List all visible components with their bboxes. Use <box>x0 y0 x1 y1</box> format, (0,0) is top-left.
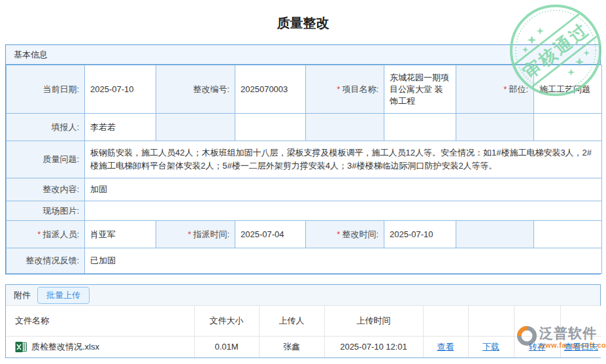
empty-cell <box>456 221 534 248</box>
attachment-action-cell: 查看 <box>423 336 468 357</box>
required-icon: * <box>337 84 340 94</box>
col-file-name: 文件名称 <box>6 306 194 336</box>
empty-cell <box>384 114 456 141</box>
excel-file-icon <box>15 341 27 353</box>
field-rectify-no-label: 整改编号: <box>156 65 235 114</box>
row-quality-problem: 质量问题: 板钢筋安装，施工人员42人；木板班组加固十八层，梁板支撑及模板调平，… <box>7 141 602 178</box>
attachments-header-row: 文件名称 文件大小 上传人 上传时间 <box>6 306 601 336</box>
row-feedback: 整改情况反馈: 已加固 <box>7 248 602 274</box>
field-rectify-time-label: *整改时间: <box>306 221 384 248</box>
field-position-value: 施工工艺问题 <box>534 65 602 114</box>
attachment-action-cell: 下载 <box>468 336 514 357</box>
download-link[interactable]: 下载 <box>482 342 499 352</box>
required-icon: * <box>503 84 507 94</box>
required-icon: * <box>37 229 41 239</box>
field-position-label: *部位: <box>456 65 534 114</box>
field-current-date-value: 2025-07-10 <box>85 65 156 114</box>
empty-cell <box>534 221 602 248</box>
field-reporter-label: 填报人: <box>7 114 85 141</box>
attachment-uploader: 张鑫 <box>259 336 324 357</box>
page-title: 质量整改 <box>0 0 606 44</box>
attachment-row: 质检整改情况.xlsx 0.01M 张鑫 2025-07-10 12:01 查看… <box>6 336 601 357</box>
row-site-photo: 现场图片: <box>7 201 602 221</box>
field-feedback-label: 整改情况反馈: <box>7 248 85 274</box>
view-link[interactable]: 查看 <box>437 342 454 352</box>
view-log-link[interactable]: 查看日志 <box>564 342 598 352</box>
attachments-section-header: 附件 批量上传 <box>6 285 600 306</box>
attachments-table: 文件名称 文件大小 上传人 上传时间 质检整改情况.xlsx <box>6 306 601 357</box>
empty-cell <box>306 114 384 141</box>
attachment-file-name[interactable]: 质检整改情况.xlsx <box>31 341 99 353</box>
attachments-panel: 附件 批量上传 文件名称 文件大小 上传人 上传时间 <box>5 284 601 358</box>
col-action-4 <box>560 306 601 336</box>
col-action-3 <box>514 306 560 336</box>
col-file-size: 文件大小 <box>194 306 259 336</box>
field-quality-problem-value: 板钢筋安装，施工人员42人；木板班组加固十八层，梁板支撑及模板调平，施工人员12… <box>85 141 602 178</box>
attachment-file-size: 0.01M <box>194 336 259 357</box>
field-site-photo-value <box>85 201 602 221</box>
attachment-file-cell: 质检整改情况.xlsx <box>6 336 194 357</box>
attachments-title: 附件 <box>14 290 31 301</box>
field-assign-time-label: *指派时间: <box>156 221 235 248</box>
attachment-action-cell: 转存 <box>514 336 560 357</box>
row-basic-2: 填报人: 李若若 <box>7 114 602 141</box>
field-current-date-label: 当前日期: <box>7 65 85 114</box>
basic-info-table: 当前日期: 2025-07-10 整改编号: 2025070003 *项目名称:… <box>6 65 602 274</box>
row-basic-1: 当前日期: 2025-07-10 整改编号: 2025070003 *项目名称:… <box>7 65 602 114</box>
field-rectify-no-value: 2025070003 <box>235 65 306 114</box>
field-rectify-content-label: 整改内容: <box>7 178 85 201</box>
field-site-photo-label: 现场图片: <box>7 201 85 221</box>
empty-cell <box>156 114 235 141</box>
field-reporter-value: 李若若 <box>85 114 156 141</box>
field-feedback-value: 已加固 <box>85 248 602 274</box>
col-action-2 <box>468 306 514 336</box>
empty-cell <box>235 114 306 141</box>
basic-info-section-header: 基本信息 <box>6 45 600 65</box>
empty-cell <box>456 114 534 141</box>
empty-cell <box>534 114 602 141</box>
transfer-save-link[interactable]: 转存 <box>529 342 546 352</box>
field-assign-time-value: 2025-07-04 <box>235 221 306 248</box>
field-assignee-value: 肖亚军 <box>85 221 156 248</box>
attachment-upload-time: 2025-07-10 12:01 <box>324 336 423 357</box>
field-quality-problem-label: 质量问题: <box>7 141 85 178</box>
required-icon: * <box>337 229 340 239</box>
row-assign: *指派人员: 肖亚军 *指派时间: 2025-07-04 *整改时间: 2025… <box>7 221 602 248</box>
field-project-name-label: *项目名称: <box>306 65 384 114</box>
field-assignee-label: *指派人员: <box>7 221 85 248</box>
required-icon: * <box>188 229 191 239</box>
row-rectify-content: 整改内容: 加固 <box>7 178 602 201</box>
field-project-name-value: 东城花园一期项目公寓大堂 装饰工程 <box>384 65 456 114</box>
col-action-1 <box>423 306 468 336</box>
col-uploader: 上传人 <box>259 306 324 336</box>
col-upload-time: 上传时间 <box>324 306 423 336</box>
batch-upload-button[interactable]: 批量上传 <box>37 287 90 304</box>
attachment-action-cell: 查看日志 <box>560 336 601 357</box>
field-rectify-time-value: 2025-07-10 <box>384 221 456 248</box>
basic-info-panel: 基本信息 当前日期: 2025-07-10 整改编号: 2025070003 *… <box>5 44 601 274</box>
field-rectify-content-value: 加固 <box>85 178 602 201</box>
